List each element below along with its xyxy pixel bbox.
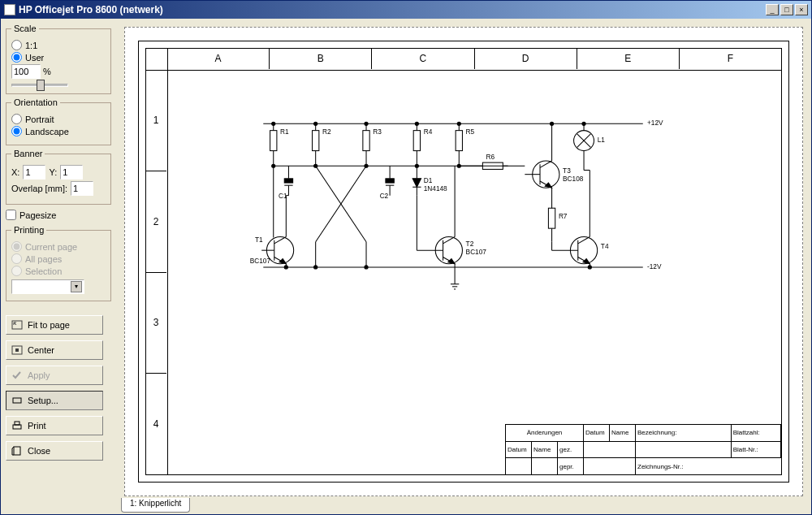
banner-x-input[interactable] — [23, 165, 45, 180]
minimize-button[interactable]: _ — [766, 4, 779, 15]
svg-point-121 — [314, 164, 317, 167]
svg-point-127 — [365, 266, 368, 269]
fit-to-page-button[interactable]: Fit to page — [6, 315, 103, 335]
tb-gepr: gepr. — [558, 458, 584, 474]
close-button[interactable]: Close — [6, 441, 103, 461]
orientation-landscape-option[interactable]: Landscape — [11, 126, 106, 136]
tb-empty2 — [506, 458, 532, 474]
drawing-frame-inner: A B C D E F 1 2 3 4 — [145, 48, 782, 475]
svg-point-118 — [550, 122, 553, 125]
setup-button[interactable]: Setup... — [6, 391, 103, 410]
svg-rect-15 — [313, 131, 319, 151]
center-button-label: Center — [28, 345, 54, 355]
col-B: B — [270, 48, 372, 69]
svg-point-119 — [582, 122, 585, 125]
row-labels: 1 2 3 4 — [145, 70, 166, 474]
scale-unit: % — [43, 67, 51, 76]
maximize-button[interactable]: □ — [780, 4, 793, 15]
svg-point-124 — [457, 164, 460, 167]
scale-user-radio[interactable] — [11, 52, 22, 63]
svg-point-117 — [457, 122, 460, 125]
svg-point-120 — [272, 164, 275, 167]
app-icon — [4, 4, 15, 15]
title-block: Änderungen Datum Name Datum Name gez. — [505, 424, 781, 474]
col-E: E — [577, 48, 680, 69]
banner-x-label: X: — [11, 167, 19, 177]
print-button[interactable]: Print — [6, 416, 103, 435]
svg-rect-4 — [13, 425, 21, 429]
printing-selection-radio — [11, 266, 22, 276]
dropdown-arrow-icon[interactable]: ▾ — [71, 281, 82, 292]
row-4: 4 — [145, 374, 166, 474]
scale-user-option[interactable]: User — [11, 52, 106, 63]
tb-empty1 — [584, 442, 636, 458]
banner-y-label: Y: — [49, 167, 57, 177]
svg-rect-39 — [284, 179, 292, 183]
landscape-label: Landscape — [25, 127, 69, 136]
svg-marker-110 — [583, 259, 590, 264]
fit-icon — [11, 320, 23, 330]
svg-point-115 — [365, 122, 368, 125]
svg-point-114 — [314, 122, 317, 125]
svg-marker-51 — [412, 179, 421, 187]
row-1: 1 — [145, 70, 166, 171]
svg-text:R7: R7 — [559, 212, 568, 220]
portrait-label: Portrait — [25, 115, 54, 124]
tb-gez: gez. — [558, 442, 584, 458]
tb-datum-hdr: Datum — [584, 425, 610, 441]
printing-all-option: All pages — [11, 253, 106, 264]
preview-area: A B C D E F 1 2 3 4 — [116, 19, 811, 514]
close-window-button[interactable]: × — [795, 4, 808, 15]
svg-text:BC107: BC107 — [250, 257, 271, 265]
tb-empty4 — [584, 458, 636, 474]
printing-current-option: Current page — [11, 241, 106, 252]
scale-11-radio[interactable] — [11, 40, 22, 50]
close-button-label: Close — [28, 446, 50, 456]
svg-text:T1: T1 — [255, 236, 263, 244]
tb-empty3 — [532, 458, 558, 474]
svg-text:1N4148: 1N4148 — [424, 184, 447, 193]
printing-pages-dropdown[interactable]: ▾ — [11, 279, 84, 294]
svg-text:C2: C2 — [380, 192, 389, 200]
column-labels: A B C D E F — [167, 48, 781, 69]
circuit-schematic: +12V -12V R1 R2 — [171, 73, 778, 478]
tb-blattzahl: Blattzahl: — [732, 425, 781, 441]
scale-value-input[interactable] — [11, 64, 41, 79]
sidebar: Scale 1:1 User % Orientation — [1, 19, 116, 514]
printing-group: Printing Current page All pages Selectio… — [6, 225, 111, 301]
scale-slider[interactable] — [11, 84, 68, 87]
svg-rect-44 — [386, 179, 394, 183]
tb-datum2: Datum — [506, 442, 532, 458]
tb-bezeichnung: Bezeichnung: — [636, 425, 732, 441]
titlebar[interactable]: HP Officejet Pro 8600 (netwerk) _ □ × — [1, 1, 811, 19]
scale-11-option[interactable]: 1:1 — [11, 40, 106, 50]
svg-text:-12V: -12V — [647, 262, 662, 270]
scale-group: Scale 1:1 User % — [6, 24, 111, 94]
landscape-radio[interactable] — [11, 126, 22, 136]
setup-button-label: Setup... — [28, 396, 58, 405]
svg-rect-5 — [15, 422, 19, 425]
overlap-label: Overlap [mm]: — [11, 184, 67, 193]
apply-icon — [11, 370, 23, 380]
orientation-group: Orientation Portrait Landscape — [6, 97, 111, 145]
scale-legend: Scale — [11, 24, 39, 33]
apply-button-label: Apply — [28, 370, 50, 380]
svg-text:BC107: BC107 — [466, 248, 487, 256]
printing-all-label: All pages — [25, 254, 62, 264]
pagesize-option[interactable]: Pagesize — [6, 210, 111, 220]
svg-text:R2: R2 — [322, 128, 331, 136]
overlap-input[interactable] — [71, 181, 93, 196]
tb-empty5 — [636, 442, 732, 458]
svg-marker-93 — [448, 259, 455, 264]
scale-slider-thumb[interactable] — [37, 80, 45, 91]
svg-text:L1: L1 — [598, 136, 606, 144]
banner-y-input[interactable] — [60, 165, 83, 180]
pagesize-checkbox[interactable] — [6, 210, 16, 220]
printing-selection-option: Selection — [11, 266, 106, 276]
svg-point-116 — [415, 122, 418, 125]
banner-legend: Banner — [11, 149, 45, 158]
center-button[interactable]: Center — [6, 340, 103, 360]
sheet-tab-1[interactable]: 1: Knipperlicht — [121, 498, 190, 513]
orientation-portrait-option[interactable]: Portrait — [11, 114, 106, 124]
portrait-radio[interactable] — [11, 114, 22, 124]
